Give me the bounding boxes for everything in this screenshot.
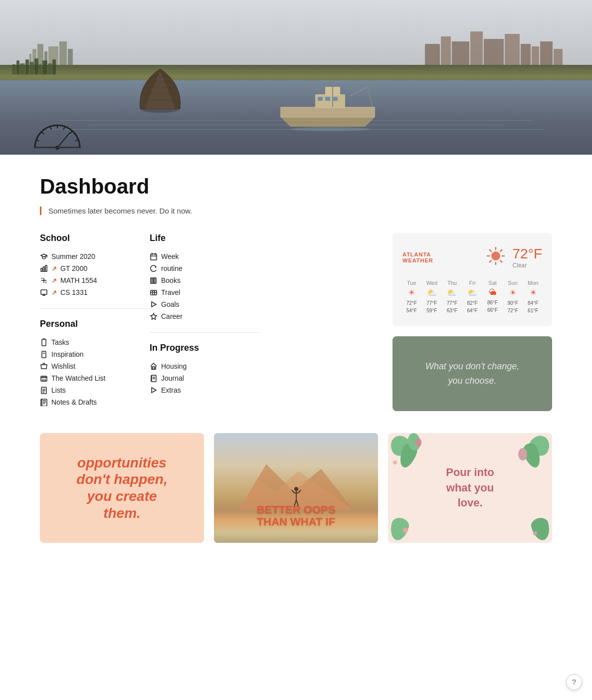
clipboard-icon bbox=[40, 338, 48, 346]
svg-line-29 bbox=[41, 278, 42, 279]
svg-rect-31 bbox=[41, 290, 47, 294]
forecast-col: Wed ⛅ 77°F59°F bbox=[423, 280, 441, 314]
svg-line-6 bbox=[368, 87, 373, 107]
film-icon bbox=[40, 374, 48, 382]
career-icon bbox=[150, 312, 158, 320]
svg-line-79 bbox=[500, 260, 502, 263]
list-item[interactable]: Housing bbox=[150, 360, 259, 372]
hero-banner bbox=[0, 0, 592, 155]
svg-rect-54 bbox=[151, 254, 157, 260]
extras-icon bbox=[150, 386, 158, 394]
list-item[interactable]: Week bbox=[150, 250, 259, 262]
list-item[interactable]: Summer 2020 bbox=[40, 250, 150, 262]
list-item[interactable]: Extras bbox=[150, 384, 259, 396]
forecast-col: Tue ☀ 72°F54°F bbox=[402, 280, 421, 314]
svg-rect-8 bbox=[325, 97, 330, 101]
dashboard-quote: Sometimes later becomes never. Do it now… bbox=[40, 207, 552, 215]
math-icon bbox=[40, 276, 48, 284]
personal-list: Tasks Inspiration bbox=[40, 336, 150, 408]
list-item[interactable]: Books bbox=[150, 274, 259, 286]
svg-point-84 bbox=[294, 487, 298, 491]
list-item[interactable]: ↗ CS 1331 bbox=[40, 286, 150, 298]
refresh-icon bbox=[150, 264, 158, 272]
books-icon bbox=[150, 276, 158, 284]
list-item[interactable]: Travel bbox=[150, 286, 259, 298]
banner-1-text: opportunitiesdon't happen,you createthem… bbox=[76, 455, 167, 521]
banner-3-text: Pour intowhat youlove. bbox=[446, 465, 494, 511]
list-item[interactable]: routine bbox=[150, 262, 259, 274]
home-icon bbox=[150, 362, 158, 370]
svg-rect-7 bbox=[318, 97, 323, 101]
svg-line-5 bbox=[350, 87, 368, 96]
svg-rect-22 bbox=[34, 147, 81, 148]
in-progress-section: In Progress Housing bbox=[150, 343, 259, 396]
left-column: School Summer 2020 bbox=[40, 233, 378, 413]
main-content: Dashboard Sometimes later becomes never.… bbox=[0, 155, 592, 563]
svg-rect-25 bbox=[43, 267, 45, 271]
list-item[interactable]: Wishlist bbox=[40, 360, 150, 372]
list-item[interactable]: Lists bbox=[40, 384, 150, 396]
forecast-col: Fri ⛅ 82°F64°F bbox=[463, 280, 482, 314]
svg-line-81 bbox=[489, 260, 492, 263]
svg-line-16 bbox=[63, 127, 65, 130]
school-section: School Summer 2020 bbox=[40, 233, 150, 413]
notes-icon bbox=[40, 398, 48, 406]
list-item[interactable]: Goals bbox=[150, 298, 259, 310]
svg-marker-66 bbox=[152, 302, 156, 307]
banner-opportunities: opportunitiesdon't happen,you createthem… bbox=[40, 433, 204, 543]
list-item[interactable]: Journal bbox=[150, 372, 259, 384]
speedometer-icon bbox=[30, 118, 85, 155]
lists-icon bbox=[40, 386, 48, 394]
list-item[interactable]: Career bbox=[150, 310, 259, 322]
calendar-icon bbox=[150, 252, 158, 260]
life-section: Life Week bbox=[150, 233, 259, 322]
weather-temp-area: 72°F Clear bbox=[485, 245, 542, 270]
list-item[interactable]: ↗ MATH 1554 bbox=[40, 274, 150, 286]
svg-rect-35 bbox=[42, 351, 46, 358]
temp-value: 72°F bbox=[513, 246, 542, 262]
journal-icon bbox=[150, 374, 158, 382]
forecast-col: Mon ☀ 84°F61°F bbox=[524, 280, 542, 314]
list-item[interactable]: Notes & Drafts bbox=[40, 396, 150, 408]
atlanta-label: ATLANTA WEATHER bbox=[402, 251, 433, 263]
svg-line-13 bbox=[41, 132, 44, 134]
svg-line-14 bbox=[50, 127, 51, 130]
weather-condition: Clear bbox=[513, 262, 542, 269]
svg-line-30 bbox=[45, 282, 46, 283]
list-item[interactable]: Inspiration bbox=[40, 348, 150, 360]
list-item[interactable]: The Watched List bbox=[40, 372, 150, 384]
svg-line-20 bbox=[57, 133, 70, 148]
page-title: Dashboard bbox=[40, 175, 552, 199]
personal-title: Personal bbox=[40, 319, 150, 329]
svg-rect-26 bbox=[45, 265, 47, 271]
life-list: Week routine bbox=[150, 250, 259, 322]
wishlist-icon bbox=[40, 362, 48, 370]
in-progress-list: Housing Journal bbox=[150, 360, 259, 396]
list-item[interactable]: ↗ GT 2000 bbox=[40, 262, 150, 274]
svg-rect-9 bbox=[333, 97, 338, 101]
graduate-icon bbox=[40, 252, 48, 260]
svg-rect-67 bbox=[153, 367, 155, 369]
list-item[interactable]: Tasks bbox=[40, 336, 150, 348]
svg-line-80 bbox=[500, 249, 502, 252]
school-list: Summer 2020 ↗ GT 2000 bbox=[40, 250, 150, 298]
right-column: ATLANTA WEATHER bbox=[393, 233, 552, 413]
in-progress-title: In Progress bbox=[150, 343, 259, 353]
travel-icon bbox=[150, 288, 158, 296]
life-inprogress-column: Life Week bbox=[150, 233, 259, 413]
chart-icon bbox=[40, 264, 48, 272]
quote-card-text: What you don't change,you choose. bbox=[425, 359, 520, 388]
banners-row: opportunitiesdon't happen,you createthem… bbox=[40, 433, 552, 543]
life-title: Life bbox=[150, 233, 259, 243]
quote-card: What you don't change,you choose. bbox=[393, 336, 552, 411]
computer-icon bbox=[40, 288, 48, 296]
inspiration-icon bbox=[40, 350, 48, 358]
sun-icon bbox=[485, 245, 507, 270]
weather-card: ATLANTA WEATHER bbox=[393, 233, 552, 326]
forecast-col: Sat 🌥 86°F66°F bbox=[483, 280, 502, 314]
forecast-col: Thu ⛅ 77°F63°F bbox=[443, 280, 461, 314]
school-title: School bbox=[40, 233, 150, 243]
banner-pour-into: Pour intowhat youlove. bbox=[388, 433, 552, 543]
svg-marker-72 bbox=[152, 388, 156, 393]
svg-line-78 bbox=[489, 249, 492, 252]
